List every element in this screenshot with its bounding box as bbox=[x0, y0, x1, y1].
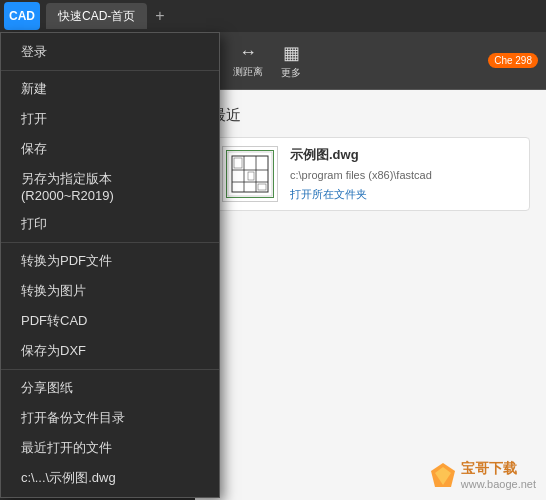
file-path: c:\program files (x86)\fastcad bbox=[290, 168, 432, 183]
file-name: 示例图.dwg bbox=[290, 146, 432, 164]
menu-item-pdf-to-cad[interactable]: PDF转CAD bbox=[1, 306, 219, 336]
menu-item-recent-file[interactable]: c:\...\示例图.dwg bbox=[1, 463, 219, 493]
file-thumbnail bbox=[222, 146, 278, 202]
toolbar-right: Che 298 bbox=[488, 53, 538, 68]
file-info: 示例图.dwg c:\program files (x86)\fastcad 打… bbox=[290, 146, 432, 201]
menu-item-share[interactable]: 分享图纸 bbox=[1, 373, 219, 403]
menu-item-login[interactable]: 登录 bbox=[1, 37, 219, 67]
menu-item-save-dxf[interactable]: 保存为DXF bbox=[1, 336, 219, 366]
menu-item-recent[interactable]: 最近打开的文件 bbox=[1, 433, 219, 463]
menu-item-saveas[interactable]: 另存为指定版本(R2000~R2019) bbox=[1, 164, 219, 209]
menu-sep-2 bbox=[1, 242, 219, 243]
file-thumb-svg bbox=[226, 150, 274, 198]
measure-icon: ↔ bbox=[239, 42, 257, 63]
file-open-folder-link[interactable]: 打开所在文件夹 bbox=[290, 188, 367, 200]
app-logo: CAD bbox=[4, 2, 40, 30]
menu-sep-3 bbox=[1, 369, 219, 370]
menu-item-new[interactable]: 新建 bbox=[1, 74, 219, 104]
tab-home[interactable]: 快速CAD-首页 bbox=[46, 3, 147, 29]
recent-file-item[interactable]: 示例图.dwg c:\program files (x86)\fastcad 打… bbox=[211, 137, 530, 211]
more-icon: ▦ bbox=[283, 42, 300, 64]
che-badge[interactable]: Che 298 bbox=[488, 53, 538, 68]
logo-text: CAD bbox=[9, 9, 35, 23]
toolbar-more-btn[interactable]: ▦ 更多 bbox=[273, 38, 309, 84]
tab-add-button[interactable]: + bbox=[147, 7, 172, 25]
menu-item-open[interactable]: 打开 bbox=[1, 104, 219, 134]
menu-item-save[interactable]: 保存 bbox=[1, 134, 219, 164]
measure-label: 测距离 bbox=[233, 65, 263, 79]
menu-item-print[interactable]: 打印 bbox=[1, 209, 219, 239]
menu-item-to-img[interactable]: 转换为图片 bbox=[1, 276, 219, 306]
menu-item-backup[interactable]: 打开备份文件目录 bbox=[1, 403, 219, 433]
content-area: 最近 bbox=[195, 90, 546, 500]
tab-home-label: 快速CAD-首页 bbox=[58, 8, 135, 25]
svg-rect-0 bbox=[226, 150, 274, 198]
toolbar-measure-btn[interactable]: ↔ 测距离 bbox=[227, 38, 269, 83]
recent-section-title: 最近 bbox=[211, 106, 530, 125]
menu-item-to-pdf[interactable]: 转换为PDF文件 bbox=[1, 246, 219, 276]
dropdown-menu: 登录 新建 打开 保存 另存为指定版本(R2000~R2019) 打印 转换为P… bbox=[0, 32, 220, 498]
more-label: 更多 bbox=[281, 66, 301, 80]
menu-sep-1 bbox=[1, 70, 219, 71]
tab-bar: CAD 快速CAD-首页 + bbox=[0, 0, 546, 32]
